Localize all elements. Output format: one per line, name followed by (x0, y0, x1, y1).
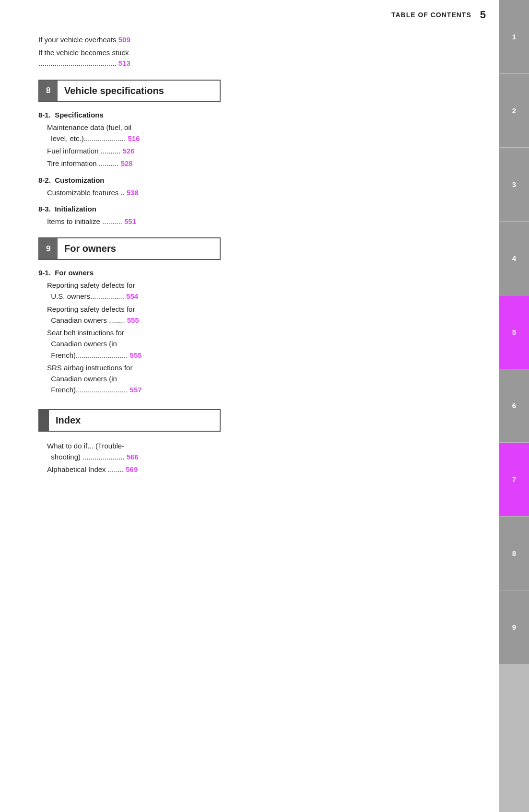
subsection-9-1-heading: 9-1. For owners (38, 269, 269, 277)
dots-stuck: ....................................... (38, 59, 117, 67)
tab-9[interactable]: 9 (499, 590, 529, 664)
index-section-header: Index (38, 409, 221, 432)
page-ref-554: 554 (126, 292, 138, 300)
subsection-8-2-heading: 8-2. Customization (38, 176, 269, 184)
intro-item-overheats: If your vehicle overheats 509 (38, 35, 269, 46)
tab-6-label: 6 (512, 401, 516, 410)
tab-3[interactable]: 3 (499, 148, 529, 222)
toc-item-initialize: Items to initialize .......... 551 (38, 216, 269, 227)
index-section-number (39, 410, 49, 431)
section-9-title: For owners (58, 238, 123, 259)
tab-8[interactable]: 8 (499, 517, 529, 590)
tab-9-label: 9 (512, 623, 516, 631)
page-ref-557: 557 (130, 386, 142, 394)
tab-2-label: 2 (512, 106, 516, 115)
page-ref-551: 551 (124, 217, 136, 225)
main-content: If your vehicle overheats 509 If the veh… (0, 30, 307, 495)
tab-1-label: 1 (512, 33, 516, 41)
page-ref-566: 566 (127, 453, 139, 461)
toc-item-alpha-index: Alphabetical Index ........ 569 (38, 464, 269, 475)
section-9-header: 9 For owners (38, 237, 221, 260)
tab-2[interactable]: 2 (499, 74, 529, 148)
section-8-number: 8 (39, 81, 58, 101)
toc-item-tire-info: Tire information .......... 528 (38, 158, 269, 169)
tab-5[interactable]: 5 (499, 295, 529, 369)
page-ref-513: 513 (118, 59, 130, 67)
page-ref-569: 569 (126, 465, 138, 473)
tab-7[interactable]: 7 (499, 443, 529, 517)
tab-5-label: 5 (512, 328, 516, 336)
page-ref-555a: 555 (127, 316, 139, 324)
tab-1[interactable]: 1 (499, 0, 529, 74)
tab-6[interactable]: 6 (499, 369, 529, 443)
header-title: TABLE OF CONTENTS (391, 11, 471, 19)
page-header: TABLE OF CONTENTS 5 (0, 0, 529, 30)
toc-item-fuel-info: Fuel information .......... 526 (38, 145, 269, 156)
toc-item-safety-canada: Reporting safety defects for Canadian ow… (38, 304, 269, 326)
tab-4-label: 4 (512, 254, 516, 262)
toc-item-safety-us: Reporting safety defects for U.S. owners… (38, 280, 269, 302)
tab-blank-1 (499, 664, 529, 738)
tab-3-label: 3 (512, 180, 516, 188)
page-number: 5 (480, 9, 486, 21)
index-section-title: Index (49, 410, 87, 431)
page-ref-516: 516 (128, 134, 140, 142)
right-tabs: 1 2 3 4 5 6 7 8 9 (499, 0, 529, 812)
tab-7-label: 7 (512, 475, 516, 483)
page-ref-526: 526 (123, 147, 135, 155)
intro-items: If your vehicle overheats 509 If the veh… (38, 35, 269, 69)
toc-item-troubleshoot: What to do if... (Trouble- shooting) ...… (38, 440, 269, 463)
tab-blank-2 (499, 738, 529, 812)
page-ref-555b: 555 (130, 351, 142, 359)
section-9-number: 9 (39, 238, 58, 259)
section-8-title: Vehicle specifications (58, 81, 171, 101)
subsection-8-1-heading: 8-1. Specifications (38, 111, 269, 119)
page-ref-509: 509 (118, 35, 130, 44)
toc-item-maintenance: Maintenance data (fuel, oil level, etc.)… (38, 122, 269, 144)
page-ref-538: 538 (127, 188, 139, 197)
intro-item-stuck: If the vehicle becomes stuck ...........… (38, 47, 269, 69)
section-8-header: 8 Vehicle specifications (38, 80, 221, 102)
tab-4[interactable]: 4 (499, 222, 529, 295)
toc-item-srs-canada: SRS airbag instructions for Canadian own… (38, 362, 269, 396)
page-ref-528: 528 (121, 159, 133, 167)
toc-item-seatbelt-canada: Seat belt instructions for Canadian owne… (38, 327, 269, 361)
tab-8-label: 8 (512, 549, 516, 557)
toc-item-customizable: Customizable features .. 538 (38, 187, 269, 198)
subsection-8-3-heading: 8-3. Initialization (38, 205, 269, 213)
